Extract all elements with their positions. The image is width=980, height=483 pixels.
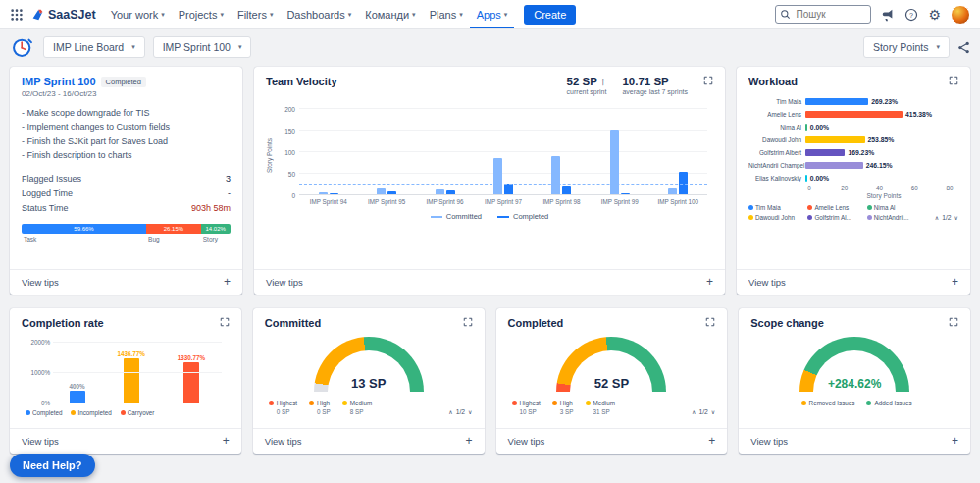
view-tips-link[interactable]: View tips: [22, 277, 59, 288]
plus-icon[interactable]: +: [952, 276, 958, 288]
scope-legend: Removed IssuesAdded Issues: [754, 400, 958, 406]
x-tick-label: 80: [947, 185, 954, 191]
plus-icon[interactable]: +: [465, 435, 472, 447]
legend-item[interactable]: Golfstrim Al...: [807, 214, 862, 221]
expand-icon[interactable]: [949, 317, 958, 327]
legend-item: Removed Issues: [801, 400, 855, 406]
share-icon[interactable]: [957, 41, 970, 54]
view-tips-link[interactable]: View tips: [266, 277, 303, 288]
expand-icon[interactable]: [220, 317, 230, 327]
velocity-bar: [436, 189, 444, 194]
app-switcher-icon[interactable]: [10, 8, 24, 22]
x-tick-label: IMP Sprint 94: [299, 198, 357, 205]
workload-row: Dawoudi John253.85%: [748, 134, 958, 146]
pager-up-icon[interactable]: ∧: [935, 214, 939, 221]
need-help-button[interactable]: Need Help?: [10, 454, 95, 477]
velocity-bars: [299, 105, 707, 195]
workload-name: Dawoudi John: [748, 136, 805, 143]
plus-icon[interactable]: +: [223, 435, 230, 447]
legend-label: Committed: [446, 212, 482, 221]
pager-down-icon[interactable]: ∨: [711, 408, 715, 415]
legend-label: Completed: [513, 212, 548, 221]
nav-item-label: Filters: [237, 9, 267, 21]
legend-dot: [512, 401, 517, 405]
x-tick-label: 60: [911, 185, 918, 191]
legend-item[interactable]: Carryover: [121, 409, 155, 416]
sprint-select[interactable]: IMP Sprint 100 ▾: [153, 36, 252, 58]
pager-down-icon[interactable]: ∨: [468, 408, 472, 415]
view-tips-link[interactable]: View tips: [508, 436, 545, 447]
workload-percent: 253.85%: [868, 136, 895, 143]
workload-percent: 415.38%: [905, 111, 932, 118]
expand-icon[interactable]: [703, 76, 713, 85]
workload-name: NichtAndrii Champel: [748, 162, 805, 169]
settings-gear-icon[interactable]: ⚙: [928, 8, 941, 22]
legend-item[interactable]: Incompleted: [71, 409, 111, 416]
view-tips-link[interactable]: View tips: [750, 436, 788, 447]
plus-icon[interactable]: +: [706, 276, 713, 288]
legend-text: Removed Issues: [809, 400, 855, 406]
distribution-segment: 14.02%: [201, 224, 231, 234]
sprint-stats: Flagged Issues3Logged Time-Status Time90…: [22, 172, 231, 216]
nav-item-your-work[interactable]: Your work▾: [104, 0, 172, 28]
pager-down-icon[interactable]: ∨: [954, 214, 958, 221]
legend-pagination: ∧ 1/2 ∨: [692, 408, 715, 415]
bar-value-label: 1436.77%: [118, 350, 145, 357]
velocity-bar: [377, 188, 386, 194]
nav-item-команди[interactable]: Команди▾: [358, 0, 422, 28]
completion-rate-card: Completion rate 400%1436.77%1330.77% 0%1…: [10, 308, 241, 454]
expand-icon[interactable]: [705, 317, 715, 327]
view-tips-row: View tips +: [254, 269, 725, 295]
legend-dot: [71, 410, 76, 415]
velocity-bar-group: [416, 189, 474, 194]
board-select[interactable]: IMP Line Board ▾: [43, 36, 145, 58]
user-avatar[interactable]: [951, 5, 970, 25]
view-tips-link[interactable]: View tips: [265, 436, 302, 447]
expand-icon[interactable]: [463, 317, 473, 327]
completion-bars: 400%1436.77%1330.77%: [53, 339, 222, 403]
plus-icon[interactable]: +: [708, 435, 715, 447]
legend-item[interactable]: Nima Al: [867, 204, 922, 211]
pager-up-icon[interactable]: ∧: [692, 408, 696, 415]
velocity-bar: [387, 191, 396, 195]
view-tips-link[interactable]: View tips: [748, 277, 786, 288]
velocity-bar-group: [299, 192, 357, 194]
chevron-down-icon: ▾: [348, 11, 352, 19]
pager-up-icon[interactable]: ∧: [448, 408, 452, 415]
legend-dot: [552, 401, 557, 405]
nav-item-filters[interactable]: Filters▾: [231, 0, 280, 28]
nav-item-projects[interactable]: Projects▾: [172, 0, 231, 28]
saasjet-logo[interactable]: SaaSJet: [31, 8, 96, 22]
x-tick-label: IMP Sprint 100: [649, 198, 707, 205]
y-tick-label: 150: [278, 128, 295, 134]
workload-percent: 246.15%: [866, 162, 893, 169]
metric-select[interactable]: Story Points ▾: [863, 36, 950, 58]
nav-item-apps[interactable]: Apps▾: [470, 0, 515, 28]
y-tick-label: 200: [278, 106, 295, 113]
expand-icon[interactable]: [949, 76, 958, 85]
legend-item[interactable]: Amelie Lens: [807, 204, 862, 211]
create-button[interactable]: Create: [524, 5, 576, 25]
legend-item[interactable]: Completed: [26, 409, 62, 416]
help-icon[interactable]: ?: [904, 8, 918, 22]
x-axis-labels: IMP Sprint 94IMP Sprint 95IMP Sprint 96I…: [299, 198, 707, 205]
plus-icon[interactable]: +: [224, 276, 231, 288]
y-tick-label: 0: [278, 192, 295, 199]
view-tips-link[interactable]: View tips: [22, 436, 59, 447]
legend-item: Medium31 SP: [586, 400, 615, 415]
legend-dot: [269, 401, 274, 405]
legend-item[interactable]: Dawoudi John: [748, 214, 803, 221]
legend-item[interactable]: NichtAndrii...: [867, 214, 922, 221]
legend-item[interactable]: Committed: [431, 212, 482, 221]
sprint-note: - Implement changes to Custom fields: [22, 120, 231, 134]
legend-text: Highest10 SP: [520, 400, 541, 415]
plus-icon[interactable]: +: [952, 435, 958, 447]
announcements-icon[interactable]: [881, 8, 895, 22]
legend-item: High0 SP: [309, 400, 331, 415]
legend-item[interactable]: Completed: [497, 212, 548, 221]
nav-item-dashboards[interactable]: Dashboards▾: [280, 0, 358, 28]
legend-item[interactable]: Tim Maia: [748, 204, 803, 211]
x-tick-label: IMP Sprint 97: [474, 198, 532, 205]
nav-item-plans[interactable]: Plans▾: [423, 0, 470, 28]
sprint-title-link[interactable]: IMP Sprint 100: [22, 76, 96, 87]
